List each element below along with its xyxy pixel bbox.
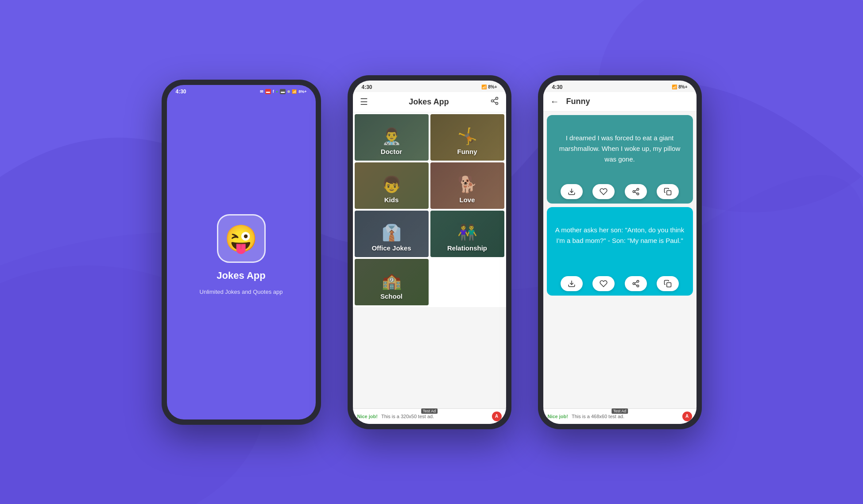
ad-text-phone2: This is a 320x50 test ad. [381, 414, 434, 419]
svg-point-8 [637, 188, 639, 190]
ad-nicejob-phone3: Nice job! [548, 414, 568, 419]
notif-dot [287, 90, 290, 93]
svg-point-10 [637, 193, 639, 195]
category-label-office: Office Jokes [355, 244, 429, 252]
svg-line-19 [635, 281, 637, 283]
svg-point-15 [637, 280, 639, 282]
svg-line-5 [493, 101, 496, 103]
ad-badge-phone3: Test Ad [611, 408, 628, 414]
ad-logo-phone2: A [492, 412, 502, 421]
app-subtitle-splash: Unlimited Jokes and Quotes app [200, 289, 283, 295]
status-bar-phone3: 4:30 📶 8%+ [543, 81, 697, 92]
joke-text-2: A mother asks her son: "Anton, do you th… [554, 216, 686, 246]
download-btn-2[interactable] [561, 276, 583, 291]
joke-text-1: I dreamed I was forced to eat a giant ma… [554, 124, 686, 165]
ad-badge-phone2: Test Ad [421, 408, 438, 414]
category-toolbar: ☰ Jokes App [353, 92, 506, 112]
time-phone2: 4:30 [362, 84, 372, 90]
share-icon[interactable] [490, 96, 499, 108]
svg-line-12 [635, 189, 637, 191]
emoji-face: 😜 [224, 223, 258, 254]
svg-rect-20 [667, 282, 671, 287]
heart-btn-1[interactable] [592, 184, 615, 199]
svg-line-11 [635, 192, 637, 193]
cat-figure-love: 🐕 [457, 175, 477, 194]
phone-detail: 4:30 📶 8%+ ← Funny I dreamed I was force… [538, 75, 702, 429]
status-bar-phone1: 4:30 ✉ ▬ f ● ▬ 📶 8%+ [167, 85, 316, 96]
splash-content: 😜 Jokes App Unlimited Jokes and Quotes a… [167, 96, 316, 413]
categories-screen: 4:30 📶 8%+ ☰ Jokes App [353, 81, 506, 424]
joke-card-2: A mother asks her son: "Anton, do you th… [547, 207, 693, 296]
ad-banner-phone2: Test Ad Nice job! This is a 320x50 test … [353, 408, 506, 424]
phone-splash: 4:30 ✉ ▬ f ● ▬ 📶 8%+ 😜 Jokes App [162, 80, 321, 425]
copy-btn-2[interactable] [657, 276, 679, 291]
ad-text-phone3: This is a 468x60 test ad. [572, 414, 624, 419]
app-icon-splash: 😜 [217, 214, 266, 263]
category-label-doctor: Doctor [355, 148, 429, 155]
category-love[interactable]: 🐕 Love [430, 162, 504, 209]
category-label-kids: Kids [355, 196, 429, 204]
category-relationship[interactable]: 👫 Relationship [430, 211, 504, 257]
svg-line-6 [493, 99, 496, 100]
phone-categories: 4:30 📶 8%+ ☰ Jokes App [348, 75, 511, 429]
category-label-funny: Funny [430, 148, 504, 155]
svg-rect-13 [667, 190, 671, 195]
status-icons-phone3: 📶 8%+ [672, 85, 687, 89]
status-bar-phone2: 4:30 📶 8%+ [353, 81, 506, 92]
phones-container: 4:30 ✉ ▬ f ● ▬ 📶 8%+ 😜 Jokes App [162, 75, 702, 429]
notification-icons: ✉ ▬ f ● ▬ 📶 8%+ [260, 89, 307, 94]
download-btn-1[interactable] [561, 184, 583, 199]
status-icons-phone2: 📶 8%+ [481, 85, 497, 89]
category-label-school: School [355, 292, 429, 300]
svg-point-16 [633, 282, 635, 285]
category-office[interactable]: 👔 Office Jokes [355, 211, 429, 257]
cat-figure-kids: 👦 [382, 175, 402, 194]
svg-point-17 [637, 285, 639, 287]
detail-toolbar-title: Funny [566, 97, 590, 106]
category-label-relationship: Relationship [430, 244, 504, 252]
joke-actions-1 [547, 184, 693, 199]
toolbar-title: Jokes App [409, 97, 449, 107]
joke-scroll[interactable]: I dreamed I was forced to eat a giant ma… [543, 112, 697, 414]
share-btn-2[interactable] [625, 276, 647, 291]
svg-point-2 [495, 97, 498, 99]
svg-line-18 [635, 284, 637, 285]
app-title-splash: Jokes App [217, 270, 265, 281]
time-phone1: 4:30 [176, 88, 186, 95]
cat-figure-doctor: 👨‍⚕️ [382, 127, 402, 146]
category-funny[interactable]: 🤸 Funny [430, 114, 504, 161]
cat-figure-funny: 🤸 [457, 127, 477, 146]
detail-screen: 4:30 📶 8%+ ← Funny I dreamed I was force… [543, 81, 697, 424]
category-grid: 👨‍⚕️ Doctor 🤸 Funny 👦 Kids [353, 112, 506, 307]
category-school[interactable]: 🏫 School [355, 259, 429, 305]
cat-figure-office: 👔 [382, 223, 402, 242]
splash-screen: 4:30 ✉ ▬ f ● ▬ 📶 8%+ 😜 Jokes App [167, 85, 316, 419]
svg-point-3 [491, 100, 493, 102]
ad-nicejob-phone2: Nice job! [357, 414, 378, 419]
svg-point-4 [495, 102, 498, 104]
menu-icon[interactable]: ☰ [360, 96, 368, 107]
category-label-love: Love [430, 196, 504, 204]
share-btn-1[interactable] [625, 184, 647, 199]
heart-btn-2[interactable] [592, 276, 615, 291]
detail-toolbar: ← Funny [543, 92, 697, 112]
ad-logo-phone3: A [682, 412, 692, 421]
time-phone3: 4:30 [552, 84, 563, 90]
ad-banner-phone3: Test Ad Nice job! This is a 468x60 test … [543, 408, 697, 424]
category-kids[interactable]: 👦 Kids [355, 162, 429, 209]
joke-actions-2 [547, 276, 693, 291]
back-button[interactable]: ← [550, 96, 559, 107]
category-doctor[interactable]: 👨‍⚕️ Doctor [355, 114, 429, 161]
cat-figure-school: 🏫 [382, 272, 402, 290]
cat-figure-relationship: 👫 [457, 223, 477, 242]
copy-btn-1[interactable] [657, 184, 679, 199]
joke-card-1: I dreamed I was forced to eat a giant ma… [547, 115, 693, 204]
svg-point-9 [633, 190, 635, 192]
